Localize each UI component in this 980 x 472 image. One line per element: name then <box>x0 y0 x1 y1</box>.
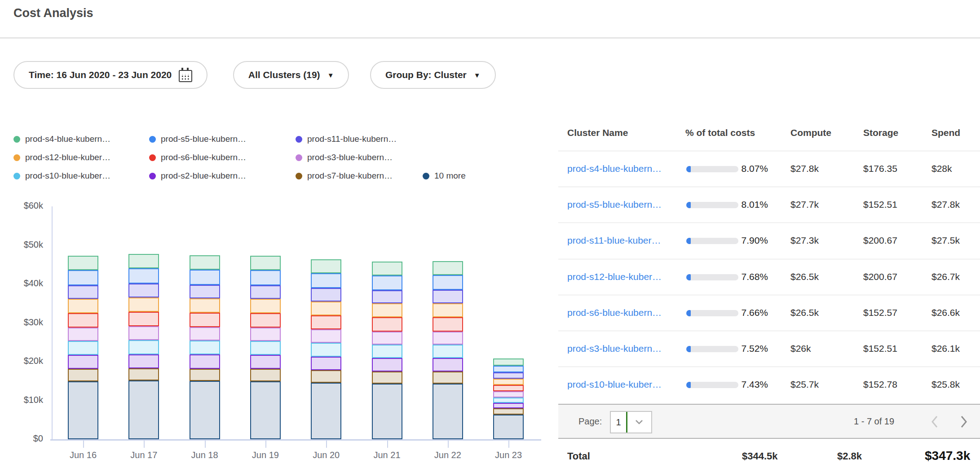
bar-segment[interactable] <box>128 326 159 340</box>
bar-segment[interactable] <box>250 369 281 381</box>
bar-segment[interactable] <box>311 288 341 302</box>
bar-segment[interactable] <box>68 299 98 313</box>
bar-segment[interactable] <box>433 261 463 275</box>
bar-segment[interactable] <box>311 370 341 383</box>
bar-segment[interactable] <box>311 383 341 439</box>
bar-segment[interactable] <box>68 369 98 381</box>
bar-segment[interactable] <box>372 332 402 345</box>
next-page-button[interactable] <box>959 415 968 431</box>
bar-segment[interactable] <box>250 270 281 285</box>
bar-segment[interactable] <box>311 343 341 356</box>
percent-value: 8.01% <box>740 199 768 210</box>
bar-segment[interactable] <box>493 385 524 391</box>
bar-segment[interactable] <box>190 381 220 439</box>
bar-segment[interactable] <box>493 403 524 408</box>
bar-segment[interactable] <box>493 372 524 379</box>
prev-page-button[interactable] <box>930 415 939 431</box>
bar-segment[interactable] <box>128 268 159 284</box>
cluster-name-link[interactable]: prod-s11-blue-kuber… <box>567 235 661 246</box>
bar-segment[interactable] <box>190 285 220 298</box>
bar-segment[interactable] <box>433 384 463 439</box>
bar-segment[interactable] <box>493 379 524 385</box>
bar-segment[interactable] <box>250 381 281 439</box>
bar-segment[interactable] <box>493 415 524 439</box>
bar-segment[interactable] <box>68 313 98 328</box>
bar-segment[interactable] <box>372 262 402 275</box>
bar-segment[interactable] <box>433 345 463 358</box>
bar-segment[interactable] <box>250 299 281 313</box>
bar-segment[interactable] <box>372 345 402 358</box>
cluster-name-link[interactable]: prod-s3-blue-kubern… <box>567 343 662 354</box>
spend-value: $26.1k <box>931 343 960 354</box>
bar-segment[interactable] <box>493 398 524 403</box>
col-header-compute: Compute <box>790 127 831 138</box>
bar-segment[interactable] <box>190 327 220 341</box>
bar-segment[interactable] <box>433 358 463 371</box>
percent-progress-track <box>686 238 738 244</box>
bar-segment[interactable] <box>128 312 159 326</box>
bar-segment[interactable] <box>250 285 281 299</box>
y-axis-tick-label: $10k <box>0 395 43 405</box>
cluster-name-link[interactable]: prod-s12-blue-kuber… <box>567 271 662 282</box>
bar-segment[interactable] <box>433 290 463 303</box>
bar-segment[interactable] <box>190 313 220 327</box>
bar-segment[interactable] <box>190 255 220 270</box>
bar-segment[interactable] <box>433 303 463 317</box>
bar-segment[interactable] <box>190 369 220 381</box>
bar-segment[interactable] <box>372 371 402 384</box>
bar-segment[interactable] <box>493 391 524 398</box>
compute-value: $27.7k <box>790 199 819 210</box>
bar-segment[interactable] <box>250 313 281 328</box>
bar-segment[interactable] <box>250 328 281 341</box>
bar-segment[interactable] <box>68 328 98 341</box>
bar-segment[interactable] <box>372 303 402 317</box>
cluster-name-link[interactable]: prod-s4-blue-kubern… <box>567 163 662 174</box>
bar-segment[interactable] <box>372 275 402 290</box>
bar-segment[interactable] <box>68 285 98 299</box>
bar-segment[interactable] <box>128 340 159 354</box>
bar-segment[interactable] <box>128 380 159 439</box>
bar-segment[interactable] <box>128 354 159 368</box>
bar-segment[interactable] <box>311 302 341 315</box>
bar-segment[interactable] <box>311 259 341 273</box>
bar-segment[interactable] <box>128 368 159 381</box>
bar-segment[interactable] <box>311 273 341 288</box>
bar-segment[interactable] <box>493 366 524 373</box>
cluster-name-link[interactable]: prod-s5-blue-kubern… <box>567 199 662 210</box>
bar-segment[interactable] <box>128 254 159 268</box>
bar-segment[interactable] <box>311 315 341 329</box>
page-select[interactable]: 1 <box>610 411 652 433</box>
bar-segment[interactable] <box>250 256 281 270</box>
bar-segment[interactable] <box>68 270 98 285</box>
bar-segment[interactable] <box>493 408 524 415</box>
bar-segment[interactable] <box>433 275 463 290</box>
bar-segment[interactable] <box>433 332 463 345</box>
bar-segment[interactable] <box>372 317 402 331</box>
bar-segment[interactable] <box>250 355 281 369</box>
cluster-name-link[interactable]: prod-s10-blue-kuber… <box>567 379 662 390</box>
bar-segment[interactable] <box>493 358 524 366</box>
cluster-name-link[interactable]: prod-s6-blue-kubern… <box>567 307 662 318</box>
x-axis-tick <box>448 441 449 448</box>
bar-segment[interactable] <box>68 381 98 439</box>
bar-segment[interactable] <box>68 256 98 270</box>
storage-value: $152.78 <box>863 379 897 390</box>
bar-segment[interactable] <box>433 317 463 331</box>
bar-segment[interactable] <box>372 358 402 371</box>
bar-segment[interactable] <box>68 355 98 369</box>
bar-segment[interactable] <box>311 357 341 370</box>
percent-progress-fill <box>686 382 691 388</box>
percent-progress-fill <box>686 166 691 172</box>
bar-segment[interactable] <box>433 371 463 384</box>
bar-segment[interactable] <box>190 298 220 313</box>
bar-segment[interactable] <box>311 329 341 343</box>
bar-segment[interactable] <box>68 341 98 355</box>
bar-segment[interactable] <box>372 384 402 439</box>
bar-segment[interactable] <box>128 284 159 297</box>
bar-segment[interactable] <box>190 341 220 354</box>
bar-segment[interactable] <box>128 297 159 312</box>
bar-segment[interactable] <box>250 341 281 355</box>
bar-segment[interactable] <box>190 354 220 368</box>
bar-segment[interactable] <box>190 270 220 285</box>
bar-segment[interactable] <box>372 290 402 303</box>
